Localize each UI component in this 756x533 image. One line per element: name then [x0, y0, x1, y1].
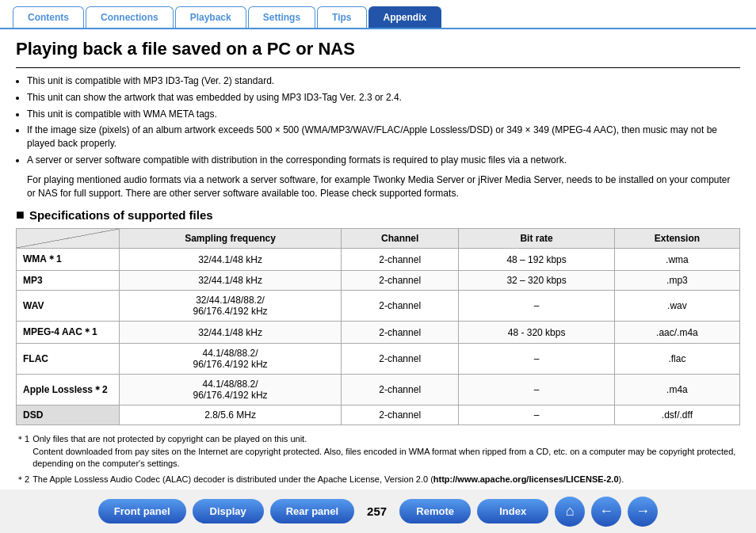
- row-wma-ext: .wma: [614, 249, 739, 271]
- tab-tips[interactable]: Tips: [317, 6, 366, 28]
- row-label-wma: WMA＊1: [17, 249, 120, 271]
- section-title: ■ Specifications of supported files: [16, 207, 740, 222]
- table-row: Apple Lossless＊2 44.1/48/88.2/ 96/176.4/…: [17, 375, 740, 405]
- row-alac-bitrate: –: [459, 375, 615, 405]
- page-number: 257: [367, 504, 387, 518]
- row-alac-channel: 2-channel: [342, 375, 459, 405]
- row-wav-sampling: 32/44.1/48/88.2/ 96/176.4/192 kHz: [120, 291, 342, 322]
- table-row: WAV 32/44.1/48/88.2/ 96/176.4/192 kHz 2-…: [17, 291, 740, 322]
- back-icon: ←: [599, 503, 613, 520]
- col-sampling: Sampling frequency: [120, 229, 342, 249]
- footnote-1: ＊1 Only files that are not protected by …: [16, 433, 740, 470]
- bullet-5: A server or server software compatible w…: [27, 154, 740, 167]
- row-label-mpeg4: MPEG-4 AAC＊1: [17, 322, 120, 344]
- footnote-1-marker: ＊1: [16, 433, 29, 445]
- home-button[interactable]: ⌂: [555, 497, 585, 527]
- table-row: DSD 2.8/5.6 MHz 2-channel – .dsf/.dff: [17, 405, 740, 425]
- indent-paragraph: For playing mentioned audio formats via …: [27, 173, 740, 200]
- footnotes: ＊1 Only files that are not protected by …: [16, 433, 740, 485]
- row-wma-channel: 2-channel: [342, 249, 459, 271]
- bullet-3: This unit is compatible with WMA META ta…: [27, 108, 740, 121]
- row-dsd-channel: 2-channel: [342, 405, 459, 425]
- bullet-list: This unit is compatible with MP3 ID3-Tag…: [27, 74, 740, 167]
- bottom-nav: Front panel Display Rear panel 257 Remot…: [0, 489, 756, 533]
- footnote-2-text: The Apple Lossless Audio Codec (ALAC) de…: [32, 474, 624, 485]
- row-flac-bitrate: –: [459, 344, 615, 375]
- nav-tabs: Contents Connections Playback Settings T…: [0, 0, 756, 28]
- title-divider: [16, 67, 740, 68]
- row-alac-sampling: 44.1/48/88.2/ 96/176.4/192 kHz: [120, 375, 342, 405]
- bullet-4: If the image size (pixels) of an album a…: [27, 124, 740, 150]
- row-wav-ext: .wav: [614, 291, 739, 322]
- display-button[interactable]: Display: [193, 499, 264, 523]
- row-mp3-sampling: 32/44.1/48 kHz: [120, 271, 342, 291]
- footnote-2-marker: ＊2: [16, 474, 29, 485]
- table-row: MPEG-4 AAC＊1 32/44.1/48 kHz 2-channel 48…: [17, 322, 740, 344]
- front-panel-button[interactable]: Front panel: [98, 499, 186, 523]
- row-mp3-bitrate: 32 – 320 kbps: [459, 271, 615, 291]
- row-wma-sampling: 32/44.1/48 kHz: [120, 249, 342, 271]
- bullet-2: This unit can show the artwork that was …: [27, 91, 740, 105]
- row-mpeg4-channel: 2-channel: [342, 322, 459, 344]
- bullet-1: This unit is compatible with MP3 ID3-Tag…: [27, 74, 740, 88]
- page-title: Playing back a file saved on a PC or NAS: [16, 39, 740, 59]
- tab-connections[interactable]: Connections: [86, 6, 174, 28]
- spec-table: Sampling frequency Channel Bit rate Exte…: [16, 228, 740, 425]
- footnote-2: ＊2 The Apple Lossless Audio Codec (ALAC)…: [16, 474, 740, 485]
- table-corner: [17, 229, 120, 249]
- tab-settings[interactable]: Settings: [248, 6, 315, 28]
- row-label-flac: FLAC: [17, 344, 120, 375]
- row-mp3-ext: .mp3: [614, 271, 739, 291]
- main-content: Playing back a file saved on a PC or NAS…: [0, 28, 756, 498]
- row-mp3-channel: 2-channel: [342, 271, 459, 291]
- tab-contents[interactable]: Contents: [13, 6, 84, 28]
- row-label-dsd: DSD: [17, 405, 120, 425]
- row-wav-bitrate: –: [459, 291, 615, 322]
- row-label-wav: WAV: [17, 291, 120, 322]
- remote-button[interactable]: Remote: [399, 499, 471, 523]
- table-row: FLAC 44.1/48/88.2/ 96/176.4/192 kHz 2-ch…: [17, 344, 740, 375]
- col-extension: Extension: [614, 229, 739, 249]
- tab-playback[interactable]: Playback: [175, 6, 246, 28]
- home-icon: ⌂: [566, 503, 575, 520]
- forward-button[interactable]: →: [628, 497, 658, 527]
- row-label-mp3: MP3: [17, 271, 120, 291]
- row-dsd-bitrate: –: [459, 405, 615, 425]
- table-row: WMA＊1 32/44.1/48 kHz 2-channel 48 – 192 …: [17, 249, 740, 271]
- row-flac-sampling: 44.1/48/88.2/ 96/176.4/192 kHz: [120, 344, 342, 375]
- footnote-link[interactable]: http://www.apache.org/licenses/LICENSE-2…: [433, 474, 619, 484]
- forward-icon: →: [636, 503, 650, 520]
- row-dsd-ext: .dsf/.dff: [614, 405, 739, 425]
- rear-panel-button[interactable]: Rear panel: [270, 499, 354, 523]
- footnote-1-text: Only files that are not protected by cop…: [32, 433, 740, 470]
- col-channel: Channel: [342, 229, 459, 249]
- row-label-alac: Apple Lossless＊2: [17, 375, 120, 405]
- row-mpeg4-bitrate: 48 - 320 kbps: [459, 322, 615, 344]
- row-alac-ext: .m4a: [614, 375, 739, 405]
- row-mpeg4-ext: .aac/.m4a: [614, 322, 739, 344]
- table-row: MP3 32/44.1/48 kHz 2-channel 32 – 320 kb…: [17, 271, 740, 291]
- row-flac-channel: 2-channel: [342, 344, 459, 375]
- tab-appendix[interactable]: Appendix: [368, 6, 442, 28]
- row-wma-bitrate: 48 – 192 kbps: [459, 249, 615, 271]
- row-dsd-sampling: 2.8/5.6 MHz: [120, 405, 342, 425]
- row-mpeg4-sampling: 32/44.1/48 kHz: [120, 322, 342, 344]
- row-flac-ext: .flac: [614, 344, 739, 375]
- back-button[interactable]: ←: [591, 497, 621, 527]
- row-wav-channel: 2-channel: [342, 291, 459, 322]
- col-bitrate: Bit rate: [459, 229, 615, 249]
- index-button[interactable]: Index: [477, 499, 548, 523]
